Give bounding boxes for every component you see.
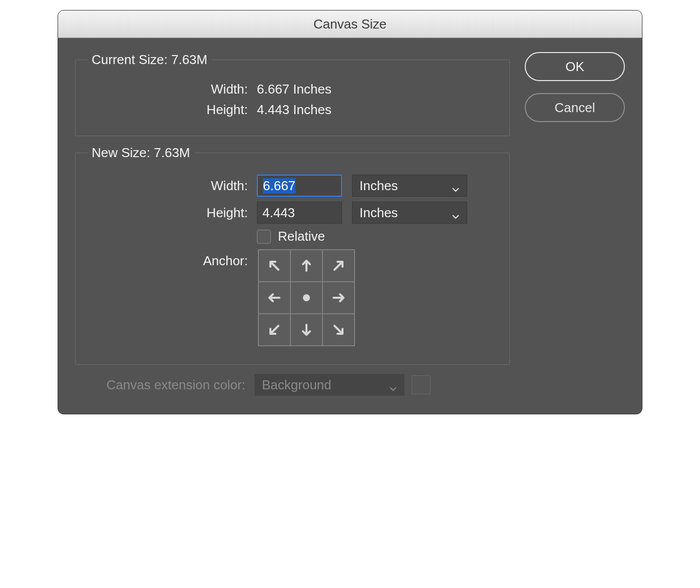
- new-width-label: Width:: [88, 178, 257, 194]
- height-unit-value: Inches: [360, 205, 398, 221]
- current-width-value: 6.667 Inches: [257, 82, 331, 97]
- new-size-group: New Size: 7.63M Width: Inches Height:: [75, 145, 510, 365]
- height-unit-select[interactable]: Inches: [352, 202, 467, 224]
- current-size-legend: Current Size: 7.63M: [88, 52, 211, 68]
- extension-color-row: Canvas extension color: Background: [75, 374, 510, 396]
- anchor-grid: [258, 249, 355, 346]
- chevron-down-icon: [452, 182, 460, 190]
- anchor-s[interactable]: [290, 314, 322, 346]
- chevron-down-icon: [452, 209, 460, 217]
- anchor-se[interactable]: [322, 314, 355, 346]
- cancel-button[interactable]: Cancel: [525, 93, 625, 122]
- width-unit-select[interactable]: Inches: [352, 175, 467, 197]
- chevron-down-icon: [389, 381, 397, 389]
- anchor-e[interactable]: [322, 282, 355, 314]
- extension-color-label: Canvas extension color:: [75, 377, 254, 393]
- extension-color-swatch[interactable]: [412, 375, 431, 394]
- height-input[interactable]: [257, 202, 342, 224]
- extension-color-value: Background: [262, 377, 331, 393]
- anchor-ne[interactable]: [322, 250, 355, 282]
- anchor-nw[interactable]: [258, 250, 290, 282]
- dot-icon: [303, 294, 310, 301]
- anchor-w[interactable]: [258, 282, 290, 314]
- current-height-label: Height:: [88, 102, 257, 118]
- anchor-label: Anchor:: [88, 249, 257, 269]
- relative-label: Relative: [278, 229, 325, 244]
- new-height-label: Height:: [88, 205, 257, 221]
- canvas-size-dialog: Canvas Size Current Size: 7.63M Width: 6…: [58, 10, 642, 414]
- current-height-value: 4.443 Inches: [257, 102, 331, 118]
- new-size-legend: New Size: 7.63M: [88, 145, 194, 161]
- extension-color-select[interactable]: Background: [254, 374, 405, 396]
- current-size-group: Current Size: 7.63M Width: 6.667 Inches …: [75, 52, 510, 136]
- anchor-center[interactable]: [290, 282, 322, 314]
- relative-checkbox[interactable]: [257, 230, 271, 244]
- width-unit-value: Inches: [360, 178, 398, 194]
- anchor-sw[interactable]: [258, 314, 290, 346]
- current-width-label: Width:: [88, 82, 257, 97]
- width-input[interactable]: [257, 175, 342, 197]
- anchor-n[interactable]: [290, 250, 322, 282]
- dialog-title: Canvas Size: [58, 11, 642, 38]
- ok-button[interactable]: OK: [525, 52, 625, 81]
